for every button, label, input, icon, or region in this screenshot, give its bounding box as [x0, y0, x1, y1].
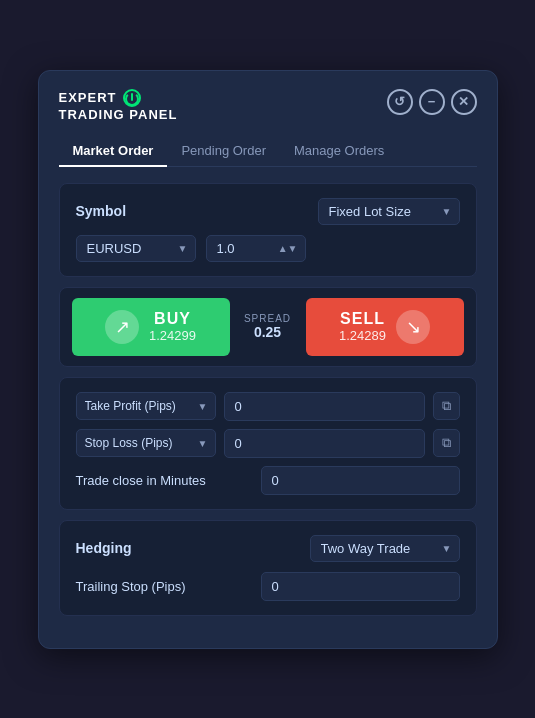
header-controls: ↺ − ✕ — [387, 89, 477, 115]
trailing-stop-row: Trailing Stop (Pips) — [76, 572, 460, 601]
header-title: EXPERT TRADING PANEL — [59, 89, 178, 122]
hedging-label: Hedging — [76, 540, 132, 556]
lot-value-select[interactable]: 1.0 0.1 0.5 2.0 — [206, 235, 306, 262]
take-profit-copy-button[interactable]: ⧉ — [433, 392, 460, 420]
sell-text: SELL 1.24289 — [339, 310, 386, 343]
buy-label: BUY — [154, 310, 191, 328]
copy-icon-tp: ⧉ — [442, 398, 451, 414]
tab-manage-orders[interactable]: Manage Orders — [280, 136, 398, 167]
symbol-dropdowns: EURUSD GBPUSD USDJPY ▼ 1.0 0.1 0.5 2.0 ▲… — [76, 235, 460, 262]
stop-loss-copy-button[interactable]: ⧉ — [433, 429, 460, 457]
take-profit-row: Take Profit (Pips) ▼ ⧉ — [76, 392, 460, 421]
take-profit-select[interactable]: Take Profit (Pips) — [76, 392, 216, 420]
lot-value-wrapper: 1.0 0.1 0.5 2.0 ▲▼ — [206, 235, 306, 262]
hedging-card: Hedging Two Way Trade One Way Trade No H… — [59, 520, 477, 616]
trade-close-row: Trade close in Minutes — [76, 466, 460, 495]
sell-button[interactable]: SELL 1.24289 ↘ — [306, 298, 464, 356]
two-way-trade-wrapper: Two Way Trade One Way Trade No Hedging ▼ — [310, 535, 460, 562]
trading-panel: EXPERT TRADING PANEL ↺ − ✕ Market Order … — [38, 70, 498, 649]
trade-close-label: Trade close in Minutes — [76, 473, 253, 488]
trade-close-input[interactable] — [261, 466, 460, 495]
expert-label: EXPERT — [59, 90, 117, 105]
trailing-stop-label: Trailing Stop (Pips) — [76, 579, 253, 594]
take-profit-input[interactable] — [224, 392, 425, 421]
header-expert-row: EXPERT — [59, 89, 178, 107]
spread-label: SPREAD — [244, 313, 291, 324]
symbol-label: Symbol — [76, 203, 127, 219]
minimize-button[interactable]: − — [419, 89, 445, 115]
currency-select[interactable]: EURUSD GBPUSD USDJPY — [76, 235, 196, 262]
currency-wrapper: EURUSD GBPUSD USDJPY ▼ — [76, 235, 196, 262]
order-settings-card: Take Profit (Pips) ▼ ⧉ Stop Loss (Pips) … — [59, 377, 477, 510]
two-way-trade-select[interactable]: Two Way Trade One Way Trade No Hedging — [310, 535, 460, 562]
symbol-row: Symbol Fixed Lot Size Dynamic Lot Size ▼ — [76, 198, 460, 225]
trailing-stop-input[interactable] — [261, 572, 460, 601]
buy-price: 1.24299 — [149, 328, 196, 343]
spread-value: 0.25 — [254, 324, 281, 340]
reset-button[interactable]: ↺ — [387, 89, 413, 115]
lot-size-wrapper: Fixed Lot Size Dynamic Lot Size ▼ — [318, 198, 460, 225]
hedging-row: Hedging Two Way Trade One Way Trade No H… — [76, 535, 460, 562]
sell-label: SELL — [340, 310, 385, 328]
symbol-card: Symbol Fixed Lot Size Dynamic Lot Size ▼… — [59, 183, 477, 277]
buy-button[interactable]: ↗ BUY 1.24299 — [72, 298, 230, 356]
close-button[interactable]: ✕ — [451, 89, 477, 115]
lot-size-select[interactable]: Fixed Lot Size Dynamic Lot Size — [318, 198, 460, 225]
stop-loss-select-wrap: Stop Loss (Pips) ▼ — [76, 429, 216, 457]
buy-sell-card: ↗ BUY 1.24299 SPREAD 0.25 SELL 1.24289 ↘ — [59, 287, 477, 367]
tab-bar: Market Order Pending Order Manage Orders — [59, 136, 477, 167]
header-trading-label: TRADING PANEL — [59, 107, 178, 122]
tab-market-order[interactable]: Market Order — [59, 136, 168, 167]
take-profit-select-wrap: Take Profit (Pips) ▼ — [76, 392, 216, 420]
tab-pending-order[interactable]: Pending Order — [167, 136, 280, 167]
buy-arrow-icon: ↗ — [105, 310, 139, 344]
power-icon — [123, 89, 141, 107]
stop-loss-input[interactable] — [224, 429, 425, 458]
header: EXPERT TRADING PANEL ↺ − ✕ — [59, 89, 477, 122]
copy-icon-sl: ⧉ — [442, 435, 451, 451]
stop-loss-select[interactable]: Stop Loss (Pips) — [76, 429, 216, 457]
sell-price: 1.24289 — [339, 328, 386, 343]
buy-text: BUY 1.24299 — [149, 310, 196, 343]
spread-info: SPREAD 0.25 — [238, 313, 298, 340]
sell-arrow-icon: ↘ — [396, 310, 430, 344]
stop-loss-row: Stop Loss (Pips) ▼ ⧉ — [76, 429, 460, 458]
